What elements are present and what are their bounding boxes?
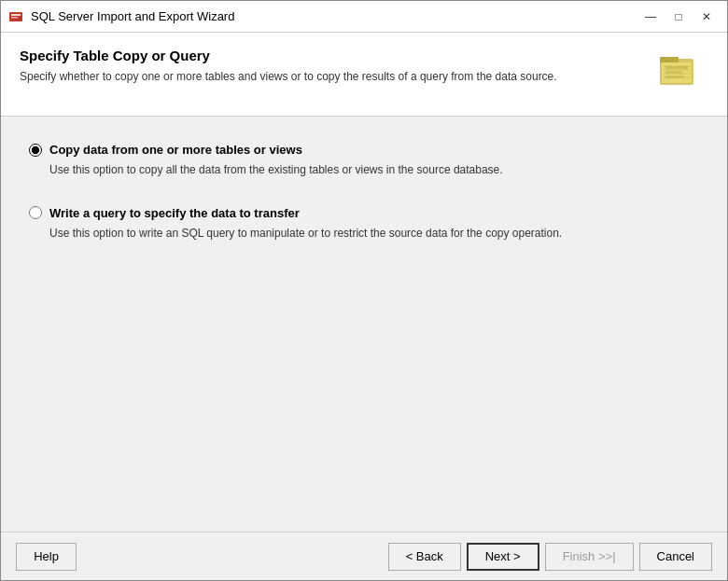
svg-rect-7: [665, 71, 682, 74]
svg-rect-1: [11, 14, 21, 16]
close-button[interactable]: ✕: [693, 7, 720, 27]
app-icon: [8, 9, 23, 24]
header-title: Specify Table Copy or Query: [20, 48, 656, 63]
main-window: SQL Server Import and Export Wizard — □ …: [0, 0, 728, 581]
back-button[interactable]: < Back: [388, 543, 461, 571]
option-write-query-title: Write a query to specify the data to tra…: [49, 206, 300, 220]
option-write-query-label[interactable]: Write a query to specify the data to tra…: [29, 206, 699, 220]
help-button[interactable]: Help: [16, 543, 77, 571]
maximize-button[interactable]: □: [665, 7, 692, 27]
title-bar: SQL Server Import and Export Wizard — □ …: [1, 1, 727, 33]
radio-copy-tables[interactable]: [29, 144, 42, 157]
svg-rect-2: [11, 17, 18, 19]
header-icon-container: [656, 48, 708, 100]
footer: Help < Back Next > Finish >>| Cancel: [1, 532, 727, 580]
footer-left: Help: [16, 543, 77, 571]
option-write-query: Write a query to specify the data to tra…: [29, 206, 699, 242]
svg-rect-4: [660, 57, 679, 62]
window-title: SQL Server Import and Export Wizard: [31, 9, 234, 23]
option-copy-tables: Copy data from one or more tables or vie…: [29, 143, 699, 178]
svg-rect-8: [665, 76, 684, 78]
finish-button[interactable]: Finish >>|: [545, 543, 634, 571]
option-write-query-desc: Use this option to write an SQL query to…: [49, 226, 699, 242]
radio-write-query[interactable]: [29, 206, 42, 219]
option-copy-tables-desc: Use this option to copy all the data fro…: [49, 162, 699, 178]
minimize-button[interactable]: —: [637, 7, 664, 27]
header-subtitle: Specify whether to copy one or more tabl…: [20, 69, 656, 85]
option-copy-tables-title: Copy data from one or more tables or vie…: [49, 143, 302, 157]
content-area: Copy data from one or more tables or vie…: [1, 117, 727, 532]
title-bar-left: SQL Server Import and Export Wizard: [8, 9, 234, 24]
svg-rect-6: [665, 66, 688, 69]
header-text: Specify Table Copy or Query Specify whet…: [20, 48, 656, 85]
header-section: Specify Table Copy or Query Specify whet…: [1, 33, 727, 117]
window-controls: — □ ✕: [637, 7, 720, 27]
option-copy-tables-label[interactable]: Copy data from one or more tables or vie…: [29, 143, 699, 157]
wizard-icon: [656, 48, 708, 100]
cancel-button[interactable]: Cancel: [639, 543, 712, 571]
footer-right: < Back Next > Finish >>| Cancel: [388, 543, 712, 571]
next-button[interactable]: Next >: [467, 543, 539, 571]
